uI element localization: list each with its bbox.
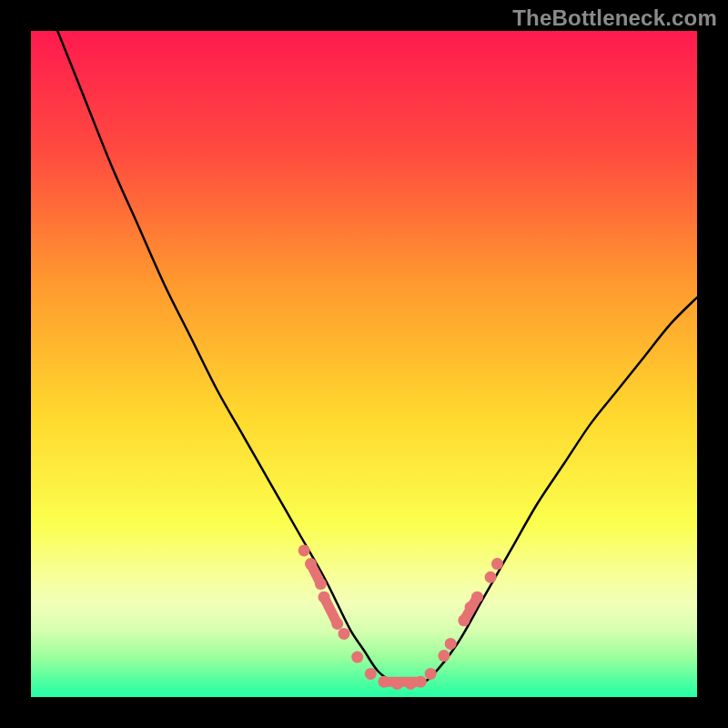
chart-frame <box>31 31 697 697</box>
data-marker <box>315 578 327 590</box>
data-marker <box>339 628 350 640</box>
data-marker <box>331 618 343 630</box>
data-marker <box>491 558 503 570</box>
gradient-background <box>31 31 697 697</box>
data-marker <box>351 652 363 663</box>
data-marker <box>318 592 330 603</box>
data-marker <box>438 650 450 662</box>
data-marker <box>305 558 317 570</box>
data-marker <box>405 678 417 690</box>
data-marker <box>485 571 497 583</box>
data-marker <box>298 544 310 556</box>
watermark-text: TheBottleneck.com <box>512 5 717 31</box>
data-marker <box>471 592 483 603</box>
data-marker <box>465 602 477 613</box>
data-marker <box>391 678 403 690</box>
data-marker <box>415 676 427 688</box>
data-marker <box>445 638 457 650</box>
data-marker <box>425 668 437 680</box>
data-marker <box>458 614 470 626</box>
data-marker <box>378 676 389 688</box>
bottleneck-chart <box>31 31 697 697</box>
data-marker <box>365 668 377 680</box>
